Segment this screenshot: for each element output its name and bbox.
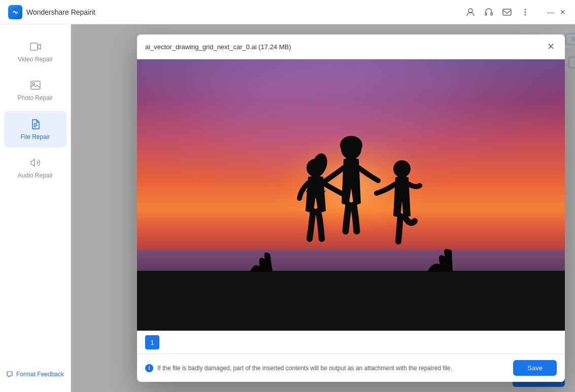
modal-header: ai_vector_drawing_grid_next_car_0.ai (17… xyxy=(137,34,565,59)
modal-title: ai_vector_drawing_grid_next_car_0.ai (17… xyxy=(145,43,291,51)
svg-rect-3 xyxy=(491,13,492,15)
svg-point-15 xyxy=(393,160,411,177)
footer-info-text: If the file is badly damaged, part of th… xyxy=(157,365,452,372)
modal-save-button[interactable]: Save xyxy=(513,360,557,376)
preview-modal: ai_vector_drawing_grid_next_car_0.ai (17… xyxy=(137,34,565,382)
sidebar-bottom: Format Feedback xyxy=(0,365,71,384)
file-repair-label: File Repair xyxy=(20,133,50,140)
sidebar-item-audio-repair[interactable]: Audio Repair xyxy=(4,150,66,186)
app-logo: Wondershare Repairit xyxy=(8,5,95,19)
account-icon[interactable] xyxy=(465,7,476,17)
sidebar-item-photo-repair[interactable]: Photo Repair xyxy=(4,72,66,109)
svg-point-7 xyxy=(525,14,526,15)
modal-close-button[interactable]: ✕ xyxy=(545,41,557,53)
svg-rect-8 xyxy=(30,43,38,50)
svg-point-14 xyxy=(340,136,362,154)
photo-repair-label: Photo Repair xyxy=(17,94,53,101)
menu-icon[interactable] xyxy=(520,7,530,17)
format-feedback-link[interactable]: Format Feedback xyxy=(6,371,64,378)
title-bar: Wondershare Repairit xyxy=(0,0,575,24)
sidebar-item-video-repair[interactable]: Video Repair xyxy=(4,33,66,70)
svg-point-6 xyxy=(525,11,526,13)
title-bar-actions: — ✕ xyxy=(465,7,567,17)
svg-rect-2 xyxy=(485,13,487,15)
modal-pagination: 1 xyxy=(137,331,565,353)
svg-point-1 xyxy=(468,9,472,13)
file-repair-icon xyxy=(29,118,42,130)
svg-rect-9 xyxy=(31,81,40,89)
modal-image-area xyxy=(137,59,565,331)
footer-info: i If the file is badly damaged, part of … xyxy=(145,364,507,372)
headset-icon[interactable] xyxy=(484,7,494,17)
audio-repair-icon xyxy=(29,157,42,169)
close-button[interactable]: ✕ xyxy=(559,8,567,16)
format-feedback-label: Format Feedback xyxy=(16,371,64,378)
sidebar: Video Repair Photo Repair File Repai xyxy=(0,24,71,392)
page-1-button[interactable]: 1 xyxy=(145,335,159,349)
photo-repair-icon xyxy=(29,79,42,91)
app-title: Wondershare Repairit xyxy=(26,8,95,16)
svg-point-5 xyxy=(525,9,526,10)
sidebar-item-file-repair[interactable]: File Repair xyxy=(4,111,66,148)
audio-repair-label: Audio Repair xyxy=(18,172,53,179)
content-area: d26830_lose_La Save _vector_drawing_ Sav… xyxy=(71,24,575,392)
sunset-scene xyxy=(137,59,565,331)
video-repair-icon xyxy=(29,41,42,53)
info-icon: i xyxy=(145,364,153,372)
modal-footer: i If the file is badly damaged, part of … xyxy=(137,353,565,382)
mail-icon[interactable] xyxy=(502,7,512,17)
video-repair-label: Video Repair xyxy=(18,56,53,63)
svg-rect-4 xyxy=(503,9,511,15)
window-controls: — ✕ xyxy=(547,8,567,16)
logo-icon xyxy=(8,5,22,19)
silhouettes-svg xyxy=(250,130,453,282)
minimize-button[interactable]: — xyxy=(547,8,555,16)
main-layout: Video Repair Photo Repair File Repai xyxy=(0,24,575,392)
